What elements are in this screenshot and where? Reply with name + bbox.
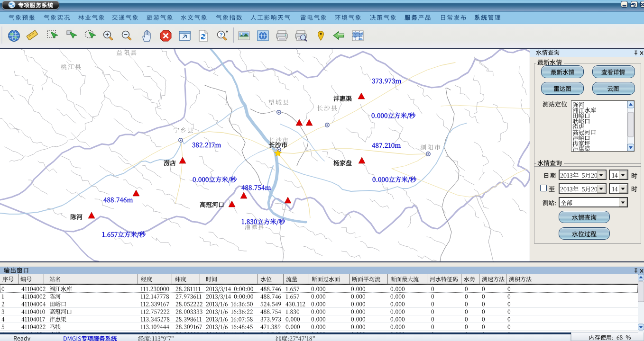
svg-text:?: ? [220, 32, 223, 37]
